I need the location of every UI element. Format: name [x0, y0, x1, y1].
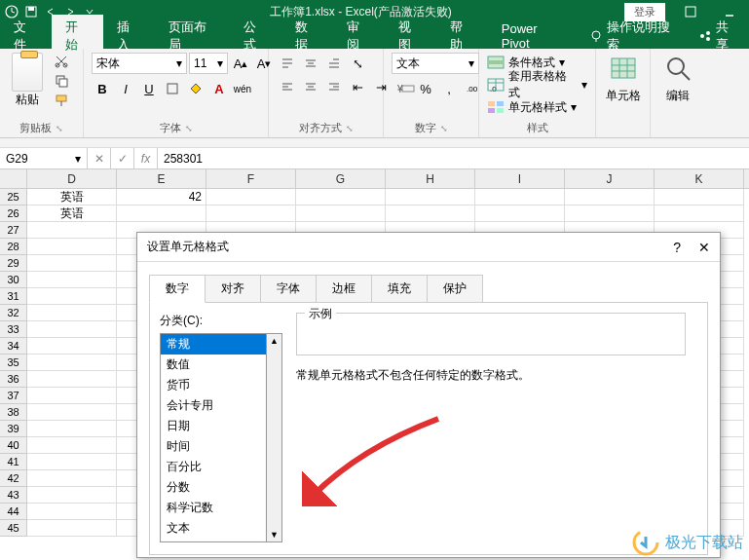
font-size-select[interactable]: 11▾	[189, 53, 228, 74]
number-dialog-icon[interactable]: ⤡	[440, 124, 448, 133]
cell[interactable]	[296, 205, 386, 222]
clipboard-dialog-icon[interactable]: ⤡	[56, 124, 63, 133]
cell[interactable]	[27, 520, 117, 537]
decrease-indent-icon[interactable]: ⇤	[347, 76, 368, 97]
copy-icon[interactable]	[53, 72, 70, 90]
select-all-corner[interactable]	[0, 169, 27, 188]
cell[interactable]	[27, 321, 117, 338]
cell[interactable]	[475, 189, 565, 205]
cell[interactable]	[27, 338, 117, 355]
cells-button[interactable]: 单元格	[604, 53, 642, 104]
italic-button[interactable]: I	[115, 78, 136, 99]
bold-button[interactable]: B	[92, 78, 113, 99]
category-item[interactable]: 数值	[161, 355, 266, 375]
row-header[interactable]: 25	[0, 189, 27, 205]
scroll-up-icon[interactable]: ▲	[270, 336, 279, 346]
editing-button[interactable]: 编辑	[658, 53, 697, 104]
percent-format-icon[interactable]: %	[415, 78, 436, 99]
dialog-tab[interactable]: 数字	[149, 275, 206, 303]
category-item[interactable]: 文本	[161, 518, 266, 539]
enter-formula-icon[interactable]: ✓	[111, 148, 134, 168]
row-header[interactable]: 26	[0, 205, 27, 222]
cell[interactable]	[655, 189, 744, 205]
dialog-tab[interactable]: 字体	[260, 275, 317, 303]
cell[interactable]	[27, 255, 117, 272]
cell-style-button[interactable]: 单元格样式▾	[487, 97, 577, 117]
cell[interactable]	[27, 355, 117, 371]
cell[interactable]	[27, 288, 117, 305]
row-header[interactable]: 27	[0, 222, 27, 239]
cell[interactable]	[27, 388, 117, 404]
row-header[interactable]: 36	[0, 371, 27, 388]
row-header[interactable]: 32	[0, 305, 27, 321]
category-item[interactable]: 常规	[161, 334, 266, 355]
cell[interactable]	[27, 470, 117, 487]
underline-button[interactable]: U	[138, 78, 160, 99]
fill-color-button[interactable]	[185, 78, 206, 99]
row-header[interactable]: 40	[0, 437, 27, 454]
row-header[interactable]: 41	[0, 454, 27, 470]
row-header[interactable]: 30	[0, 272, 27, 288]
comma-format-icon[interactable]: ,	[438, 78, 460, 99]
cell[interactable]	[655, 205, 744, 222]
cell[interactable]	[27, 305, 117, 321]
cell[interactable]: 42	[117, 189, 206, 205]
row-header[interactable]: 35	[0, 355, 27, 371]
cell[interactable]	[27, 504, 117, 520]
font-color-button[interactable]: A	[208, 78, 230, 99]
alignment-dialog-icon[interactable]: ⤡	[346, 124, 354, 133]
number-format-select[interactable]: 文本 ▾	[392, 53, 479, 74]
category-item[interactable]: 特殊	[161, 539, 266, 542]
row-header[interactable]: 28	[0, 239, 27, 255]
align-center-icon[interactable]	[300, 76, 321, 97]
category-item[interactable]: 科学记数	[161, 498, 266, 518]
align-top-icon[interactable]	[277, 53, 298, 74]
cell[interactable]	[475, 205, 565, 222]
cell[interactable]	[27, 371, 117, 388]
row-header[interactable]: 43	[0, 487, 27, 504]
border-button[interactable]	[162, 78, 183, 99]
name-box[interactable]: G29 ▾	[0, 148, 88, 168]
row-header[interactable]: 31	[0, 288, 27, 305]
cell[interactable]	[27, 487, 117, 504]
column-header[interactable]: D	[27, 169, 117, 188]
row-header[interactable]: 33	[0, 321, 27, 338]
formula-input[interactable]: 258301	[158, 148, 749, 168]
cell[interactable]	[386, 205, 475, 222]
align-left-icon[interactable]	[277, 76, 298, 97]
column-header[interactable]: K	[655, 169, 744, 188]
listbox-scrollbar[interactable]: ▲ ▼	[267, 333, 282, 542]
align-right-icon[interactable]	[323, 76, 345, 97]
dialog-help-icon[interactable]: ?	[673, 240, 681, 255]
column-header[interactable]: H	[386, 169, 475, 188]
row-header[interactable]: 38	[0, 404, 27, 421]
row-header[interactable]: 42	[0, 470, 27, 487]
category-item[interactable]: 货币	[161, 375, 266, 395]
cell[interactable]	[565, 189, 655, 205]
dialog-close-icon[interactable]: ✕	[698, 240, 710, 255]
cell[interactable]: 英语	[27, 189, 117, 205]
font-dialog-icon[interactable]: ⤡	[185, 124, 193, 133]
column-header[interactable]: J	[565, 169, 655, 188]
category-item[interactable]: 时间	[161, 436, 266, 457]
column-header[interactable]: E	[117, 169, 206, 188]
align-middle-icon[interactable]	[300, 53, 321, 74]
category-item[interactable]: 会计专用	[161, 395, 266, 416]
cell[interactable]	[27, 272, 117, 288]
cell[interactable]	[206, 205, 296, 222]
cell[interactable]	[27, 454, 117, 470]
dialog-tab[interactable]: 填充	[371, 275, 428, 303]
cell[interactable]	[27, 404, 117, 421]
orientation-icon[interactable]: ⤡	[347, 53, 368, 74]
paste-button[interactable]: 粘贴	[8, 53, 47, 108]
cut-icon[interactable]	[53, 53, 70, 70]
row-header[interactable]: 29	[0, 255, 27, 272]
row-header[interactable]: 34	[0, 338, 27, 355]
category-listbox[interactable]: 常规数值货币会计专用日期时间百分比分数科学记数文本特殊自定义	[160, 333, 267, 542]
increase-font-icon[interactable]: A▴	[230, 53, 251, 74]
dialog-tab[interactable]: 边框	[316, 275, 372, 303]
align-bottom-icon[interactable]	[323, 53, 345, 74]
cell[interactable]	[565, 205, 655, 222]
cell[interactable]	[296, 189, 386, 205]
category-item[interactable]: 日期	[161, 416, 266, 436]
